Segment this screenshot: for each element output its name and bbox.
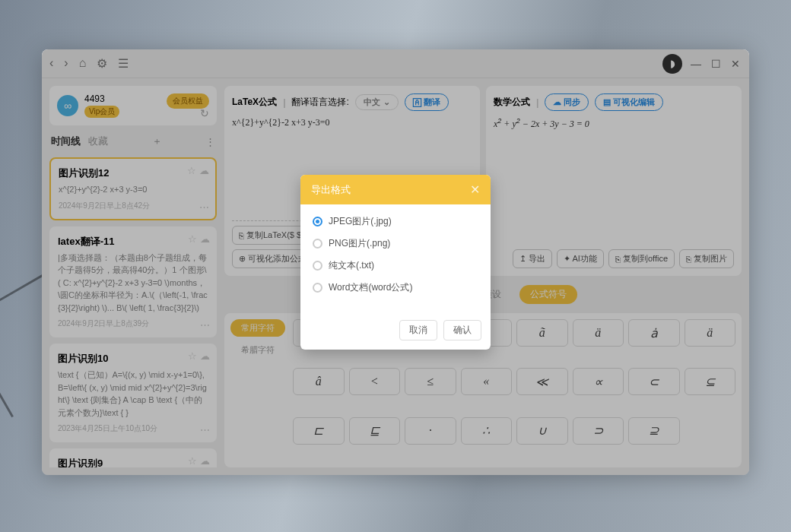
- cancel-button[interactable]: 取消: [399, 320, 437, 340]
- export-option[interactable]: PNG图片(.png): [313, 237, 478, 250]
- export-option-label: Word文档(word公式): [329, 281, 412, 294]
- export-option[interactable]: Word文档(word公式): [313, 281, 478, 294]
- confirm-button[interactable]: 确认: [443, 320, 481, 340]
- close-icon[interactable]: ✕: [470, 182, 480, 197]
- export-option[interactable]: 纯文本(.txt): [313, 259, 478, 272]
- radio-icon[interactable]: [313, 261, 322, 271]
- radio-icon[interactable]: [313, 217, 322, 226]
- radio-icon[interactable]: [313, 239, 322, 249]
- modal-overlay[interactable]: 导出格式 ✕ JPEG图片(.jpg)PNG图片(.png)纯文本(.txt)W…: [42, 49, 749, 475]
- export-option[interactable]: JPEG图片(.jpg): [313, 215, 478, 228]
- export-option-label: PNG图片(.png): [329, 237, 390, 250]
- radio-icon[interactable]: [313, 283, 322, 293]
- app-window: ‹ › ⌂ ⚙ ☰ ◗ — ☐ ✕ ∞ 4493 Vip会员 会员权益 ↻: [42, 49, 749, 475]
- export-option-label: 纯文本(.txt): [329, 259, 374, 272]
- export-option-label: JPEG图片(.jpg): [329, 215, 392, 228]
- modal-title: 导出格式: [311, 183, 351, 197]
- export-modal: 导出格式 ✕ JPEG图片(.jpg)PNG图片(.png)纯文本(.txt)W…: [300, 175, 491, 350]
